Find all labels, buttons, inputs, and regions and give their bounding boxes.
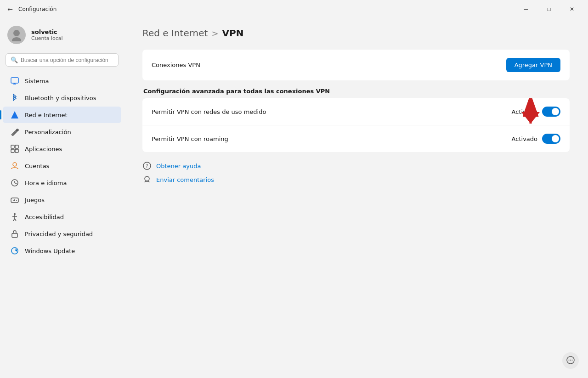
user-name: solvetic (31, 28, 63, 35)
red-icon (10, 110, 19, 119)
toggle-roaming-switch[interactable] (542, 134, 560, 144)
toggle-roaming-label: Permitir VPN con roaming (152, 135, 228, 142)
svg-marker-5 (11, 111, 18, 118)
sidebar-item-label-cuentas: Cuentas (25, 163, 49, 169)
sidebar-item-label-juegos: Juegos (25, 197, 45, 203)
aplicaciones-icon (10, 144, 19, 153)
user-section: solvetic Cuenta local (0, 22, 124, 51)
sidebar: solvetic Cuenta local 🔍 SistemaBluetooth… (0, 17, 124, 378)
breadcrumb-current: VPN (222, 28, 244, 39)
toggle-row-metered: Permitir VPN con redes de uso medido Act… (142, 98, 570, 125)
svg-rect-10 (15, 149, 18, 152)
svg-point-18 (16, 200, 17, 201)
sistema-icon (10, 76, 19, 85)
advanced-settings-card: Permitir VPN con redes de uso medido Act… (142, 98, 570, 152)
sidebar-item-hora[interactable]: Hora e idioma (3, 175, 121, 191)
breadcrumb: Red e Internet > VPN (142, 28, 570, 39)
sidebar-item-windowsupdate[interactable]: Windows Update (3, 243, 121, 259)
svg-point-1 (12, 37, 21, 41)
sidebar-item-label-windowsupdate: Windows Update (25, 248, 75, 254)
windowsupdate-icon (10, 246, 19, 255)
app-body: solvetic Cuenta local 🔍 SistemaBluetooth… (0, 17, 588, 378)
sidebar-item-personalizacion[interactable]: Personalización (3, 124, 121, 140)
toggle-metered-switch[interactable] (542, 107, 560, 117)
svg-rect-7 (11, 145, 14, 148)
advanced-section-title: Configuración avanzada para todas las co… (142, 88, 570, 95)
toggle-roaming-right: Activado (512, 134, 560, 144)
sidebar-item-accesibilidad[interactable]: Accesibilidad (3, 209, 121, 225)
svg-point-32 (145, 176, 149, 181)
sidebar-item-label-privacidad: Privacidad y seguridad (25, 231, 93, 237)
user-role: Cuenta local (31, 35, 63, 41)
app-title: Configuración (18, 6, 57, 12)
close-button[interactable]: ✕ (561, 3, 582, 16)
svg-rect-2 (11, 78, 18, 83)
privacidad-icon (10, 229, 19, 238)
personalizacion-icon (10, 127, 19, 136)
sidebar-item-label-bluetooth: Bluetooth y dispositivos (25, 95, 96, 102)
add-vpn-button[interactable]: Agregar VPN (506, 58, 560, 72)
toggle-roaming-status: Activado (512, 135, 537, 142)
search-input[interactable] (21, 57, 113, 63)
help-section: ? Obtener ayuda Enviar comentarios (142, 161, 570, 184)
help-link-comentarios[interactable]: Enviar comentarios (142, 175, 570, 184)
user-info: solvetic Cuenta local (31, 28, 63, 41)
sidebar-item-bluetooth[interactable]: Bluetooth y dispositivos (3, 90, 121, 106)
vpn-connections-card: Conexiones VPN Agregar VPN (142, 50, 570, 80)
breadcrumb-parent[interactable]: Red e Internet (142, 28, 208, 39)
svg-point-35 (570, 360, 571, 361)
breadcrumb-separator: > (211, 28, 218, 38)
maximize-button[interactable]: □ (538, 3, 560, 16)
svg-point-11 (13, 163, 17, 166)
vpn-connections-label: Conexiones VPN (152, 62, 200, 68)
svg-line-23 (15, 219, 16, 221)
nav-items: SistemaBluetooth y dispositivosRed e Int… (0, 72, 124, 260)
main-content: Red e Internet > VPN Conexiones VPN Agre… (124, 17, 588, 378)
help-link-ayuda[interactable]: ? Obtener ayuda (142, 161, 570, 170)
svg-rect-9 (11, 149, 14, 152)
sidebar-item-privacidad[interactable]: Privacidad y seguridad (3, 226, 121, 242)
vpn-connections-row: Conexiones VPN Agregar VPN (142, 50, 570, 80)
svg-point-36 (572, 360, 573, 361)
svg-line-22 (13, 219, 15, 221)
sidebar-item-label-red: Red e Internet (25, 112, 68, 118)
chat-icon[interactable] (562, 352, 579, 369)
sidebar-item-label-hora: Hora e idioma (25, 180, 67, 186)
feedback-label: Enviar comentarios (156, 176, 214, 183)
cuentas-icon (10, 161, 19, 170)
svg-text:?: ? (146, 164, 148, 169)
help-icon: ? (142, 161, 152, 170)
sidebar-item-label-personalizacion: Personalización (25, 129, 71, 135)
back-button[interactable]: ← (6, 5, 15, 14)
title-bar: ← Configuración ─ □ ✕ (0, 0, 588, 17)
sidebar-item-cuentas[interactable]: Cuentas (3, 158, 121, 174)
help-label: Obtener ayuda (156, 163, 201, 169)
sidebar-item-red[interactable]: Red e Internet (3, 107, 121, 123)
bluetooth-icon (10, 93, 19, 102)
svg-point-19 (14, 213, 16, 215)
svg-rect-24 (12, 233, 17, 237)
sidebar-item-juegos[interactable]: Juegos (3, 192, 121, 208)
feedback-icon (142, 175, 152, 184)
window-controls: ─ □ ✕ (515, 3, 582, 16)
toggle-row-roaming: Permitir VPN con roaming Activado (142, 125, 570, 152)
juegos-icon (10, 195, 19, 204)
avatar (7, 26, 26, 44)
svg-point-34 (569, 360, 570, 361)
toggle-metered-label: Permitir VPN con redes de uso medido (152, 108, 266, 115)
sidebar-item-label-aplicaciones: Aplicaciones (25, 146, 62, 152)
sidebar-item-sistema[interactable]: Sistema (3, 73, 121, 89)
hora-icon (10, 178, 19, 187)
minimize-button[interactable]: ─ (515, 3, 537, 16)
search-box[interactable]: 🔍 (6, 53, 119, 67)
toggle-metered-status: Activado (512, 108, 537, 115)
svg-point-0 (13, 30, 20, 36)
svg-line-14 (15, 183, 17, 184)
toggle-metered-right: Activado (512, 107, 560, 117)
search-icon: 🔍 (11, 56, 18, 63)
accesibilidad-icon (10, 212, 19, 221)
sidebar-item-label-accesibilidad: Accesibilidad (25, 214, 64, 220)
sidebar-item-label-sistema: Sistema (25, 78, 49, 85)
sidebar-item-aplicaciones[interactable]: Aplicaciones (3, 141, 121, 157)
svg-rect-8 (15, 145, 18, 148)
